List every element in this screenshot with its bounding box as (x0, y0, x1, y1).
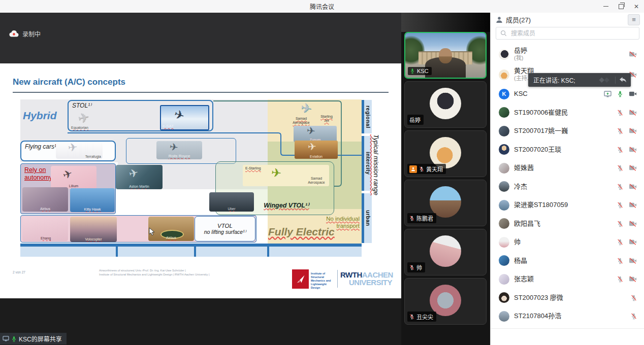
member-status-icons (617, 146, 637, 153)
camera-on-icon (629, 91, 637, 97)
video-tile[interactable]: KSC (404, 32, 487, 79)
member-row[interactable]: ST2007017姚一巍 (491, 122, 644, 141)
aircraft-image-lilium: ✈Lilium (51, 166, 96, 189)
typical-mission-range-label: Typical mission range (372, 134, 379, 287)
image-caption: Airbus (166, 236, 176, 239)
video-tile[interactable]: 丑尖尖 (404, 278, 487, 325)
members-menu-button[interactable]: ≡ (628, 14, 640, 25)
participant-name: 丑尖尖 (416, 313, 433, 321)
speaking-toast: 正在讲话: KSC; (528, 73, 631, 87)
member-name: 姬姝茜 (514, 164, 534, 171)
member-row[interactable]: ST1907006崔健民 (491, 104, 644, 122)
shared-slide: New aircraft (A/C) concepts STOL¹⁾ Flyin… (0, 63, 401, 298)
member-status-icons (617, 220, 637, 227)
screen-share-icon (3, 336, 9, 341)
member-status-icons (631, 294, 637, 301)
member-name: ST1907006崔健民 (514, 109, 568, 116)
mic-muted-icon (617, 109, 623, 116)
maximize-icon (619, 4, 624, 9)
aircraft-image-samad-starling: ✈Samad AerospaceStarling Jet (289, 100, 335, 127)
image-caption: Samad Aerospace (306, 177, 327, 185)
member-row[interactable]: ST2007023 廖微 (491, 289, 644, 307)
range-segment: intercity (362, 136, 372, 191)
member-row[interactable]: 梁进豪ST1807059 (491, 196, 644, 215)
member-avatar (499, 126, 509, 136)
member-row[interactable]: ST2007020王琰 (491, 141, 644, 159)
aircraft-image-ehang: Ehang (22, 217, 68, 241)
member-names: ST2007020王琰 (514, 146, 561, 153)
rely-on-autonomy-label: Rely on autonomy (24, 166, 52, 182)
aircraft-image-volocopter: Volocopter (70, 217, 117, 242)
plane-glyph: ✈ (307, 141, 316, 152)
mic-on-icon (410, 68, 415, 74)
video-tile[interactable]: 黄天翔 (404, 130, 487, 177)
member-names: ST2107804孙浩 (514, 313, 561, 320)
member-status-icons (617, 164, 637, 171)
title-rule (13, 92, 389, 93)
maximize-button[interactable] (614, 0, 629, 13)
video-tiles: KSC 岳婷 (404, 32, 487, 325)
mic-on-icon (11, 336, 17, 342)
slide-title: New aircraft (A/C) concepts (13, 77, 125, 87)
member-avatar (499, 144, 509, 155)
tile-name-label: 黄天翔 (407, 164, 446, 174)
member-name: KSC (514, 90, 528, 97)
participant-name: KSC (417, 68, 429, 74)
toast-collapse-arrow-icon[interactable] (619, 77, 627, 83)
members-header: 成员(27) ≡ (491, 13, 644, 26)
member-status-icons (617, 183, 637, 190)
member-row[interactable]: 帅 (491, 233, 644, 252)
member-status-icons (617, 238, 637, 246)
camera-off-icon (629, 147, 637, 153)
video-tile[interactable]: 陈鹏君 (404, 180, 487, 226)
member-name: 杨晶 (514, 257, 527, 264)
member-status-icons (617, 127, 637, 134)
member-avatar (499, 181, 509, 192)
member-list-divider (491, 328, 644, 329)
range-segment-label: intercity (364, 136, 372, 191)
mouse-cursor (149, 227, 155, 236)
camera-off-icon (629, 276, 637, 282)
pax-segment-label (194, 247, 267, 257)
member-avatar (499, 292, 509, 303)
member-name: 欧阳昌飞 (514, 220, 540, 227)
range-segment: regional (362, 100, 372, 133)
member-names: KSC (514, 90, 528, 97)
plane-glyph: ✈ (77, 110, 91, 125)
members-title: 成员(27) (506, 15, 531, 24)
image-caption: Ehang (41, 236, 51, 240)
video-tile[interactable]: 岳婷 (404, 81, 487, 128)
recording-indicator[interactable]: 录制中 (9, 29, 41, 38)
member-row[interactable]: 张志颖 (491, 270, 644, 289)
close-icon: ✕ (634, 3, 639, 10)
member-avatar (499, 237, 509, 248)
image-caption: Rolls Royce (169, 154, 190, 158)
tile-name-label: 帅 (407, 262, 425, 272)
member-names: 欧阳昌飞 (514, 220, 540, 227)
pax-axis (20, 247, 362, 257)
mic-muted-icon (409, 215, 414, 221)
plane-glyph: ✈ (300, 100, 313, 115)
camera-off-icon (629, 184, 637, 190)
member-row[interactable]: K KSC (491, 85, 644, 104)
minimize-button[interactable] (598, 0, 614, 13)
member-row[interactable]: 姬姝茜 (491, 159, 644, 178)
close-button[interactable]: ✕ (629, 0, 644, 13)
member-row[interactable]: ST2107804孙浩 (491, 307, 644, 326)
tile-name-label: 岳婷 (407, 115, 424, 125)
member-row[interactable]: 杨晶 (491, 252, 644, 270)
logo-divider (337, 270, 338, 288)
participant-name: 帅 (416, 263, 422, 271)
member-search-input[interactable] (510, 29, 635, 38)
member-row[interactable]: 欧阳昌飞 (491, 215, 644, 233)
member-row[interactable]: 冷杰 (491, 178, 644, 196)
search-icon (500, 30, 507, 37)
camera-off-icon (629, 110, 637, 116)
mic-muted-icon (409, 264, 414, 270)
screen-share-badge[interactable]: KSC的屏幕共享 (0, 333, 67, 344)
cloud-recording-icon (9, 30, 19, 37)
video-tile[interactable]: 帅 (404, 229, 487, 275)
member-row[interactable]: 岳婷 (我) (491, 44, 644, 64)
member-names: 梁进豪ST1807059 (514, 201, 568, 209)
image-caption: e-SAT (163, 124, 174, 128)
